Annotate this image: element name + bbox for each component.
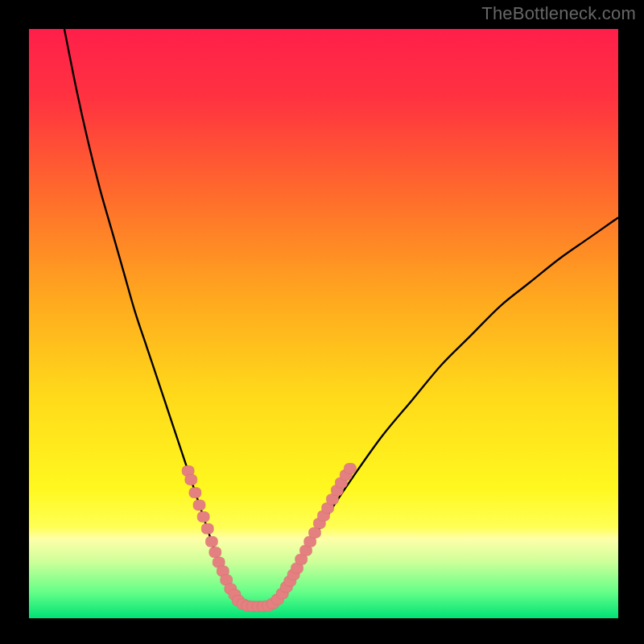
curve-marker (344, 464, 356, 474)
plot-area (29, 29, 618, 618)
curve-marker (185, 474, 197, 485)
curve-marker (201, 523, 213, 534)
curve-marker (309, 527, 321, 538)
chart-svg (29, 29, 618, 618)
curve-marker (205, 536, 217, 547)
chart-frame: TheBottleneck.com (0, 0, 644, 644)
watermark-text: TheBottleneck.com (481, 3, 636, 24)
curve-marker (193, 500, 205, 510)
curve-marker (197, 512, 209, 522)
gradient-background (29, 29, 618, 618)
curve-marker (209, 547, 221, 558)
curve-marker (189, 488, 201, 498)
